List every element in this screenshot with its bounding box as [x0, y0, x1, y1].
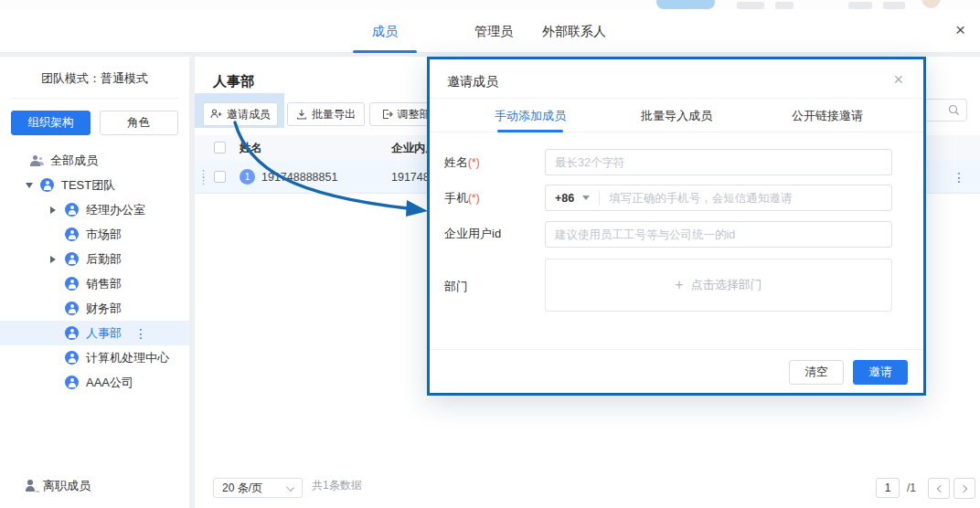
drag-handle-icon[interactable]	[198, 171, 208, 183]
row-checkbox[interactable]	[214, 171, 226, 183]
sidebar-item-resigned-members[interactable]: 离职成员	[0, 473, 189, 499]
chevron-right-icon[interactable]	[50, 206, 65, 214]
phone-input[interactable]	[600, 192, 891, 205]
tab-batch-import[interactable]: 批量导入成员	[641, 99, 712, 132]
chevron-right-icon	[960, 485, 967, 492]
screen: 成员 管理员 外部联系人 × 团队模式：普通模式 组织架构 角色 全部成员 TE…	[0, 0, 980, 508]
chevron-down-icon[interactable]	[582, 196, 590, 200]
required-mark: (*)	[468, 156, 480, 169]
clear-button[interactable]: 清空	[789, 360, 844, 385]
country-code-select[interactable]: +86	[546, 192, 574, 205]
department-icon	[65, 376, 79, 389]
batch-export-button[interactable]: 批量导出	[287, 102, 365, 126]
chevron-right-icon[interactable]	[50, 256, 65, 263]
user-id-input[interactable]	[545, 221, 892, 248]
name-input[interactable]	[545, 149, 892, 175]
sidebar-item-marketing[interactable]: 市场部	[0, 222, 189, 247]
avatar	[921, 0, 941, 8]
sidebar-item-label: TEST团队	[61, 177, 115, 194]
select-department-button[interactable]: + 点击选择部门	[545, 259, 892, 312]
row-more-icon[interactable]	[953, 170, 965, 185]
sidebar-item-manager-office[interactable]: 经理办公室	[0, 197, 189, 222]
divider	[430, 349, 923, 350]
department-field-label: 部门	[444, 279, 468, 295]
cropped-pill	[656, 0, 715, 9]
phone-field-label: 手机(*)	[444, 190, 480, 206]
sidebar-item-label: 全部成员	[50, 153, 98, 169]
tab-members[interactable]: 成员	[353, 9, 417, 53]
phone-field: +86	[545, 185, 892, 211]
search-icon	[948, 104, 960, 116]
cropped-toolbar-item	[737, 2, 764, 9]
tab-external-contacts[interactable]: 外部联系人	[541, 9, 607, 53]
department-icon	[65, 203, 79, 217]
team-mode-title: 团队模式：普通模式	[0, 57, 189, 98]
page-size-value: 20 条/页	[222, 482, 262, 494]
name-field-label: 姓名(*)	[444, 154, 480, 171]
sidebar-item-sales[interactable]: 销售部	[0, 271, 189, 296]
plus-icon: +	[675, 277, 683, 293]
sidebar-item-label: 计算机处理中心	[86, 350, 169, 366]
user-id-field-label: 企业用户id	[444, 226, 501, 242]
chevron-down-icon	[286, 483, 294, 492]
cropped-toolbar-item	[883, 2, 905, 9]
page-title: 人事部	[213, 73, 254, 90]
sidebar-item-label: 市场部	[86, 227, 122, 243]
chevron-down-icon[interactable]	[26, 183, 40, 188]
sidebar-item-logistics[interactable]: 后勤部	[0, 247, 189, 271]
department-icon	[65, 302, 79, 315]
department-icon	[65, 326, 79, 340]
select-department-label: 点击选择部门	[691, 277, 762, 293]
modal-title: 邀请成员	[447, 74, 498, 90]
sidebar-item-label: 人事部	[86, 325, 122, 342]
sidebar-item-finance[interactable]: 财务部	[0, 296, 189, 321]
role-button[interactable]: 角色	[100, 111, 179, 135]
sidebar-item-label: 财务部	[86, 301, 122, 317]
button-label: 批量导出	[312, 107, 356, 122]
chevron-left-icon	[937, 485, 944, 492]
department-icon	[65, 277, 79, 291]
person-icon	[24, 480, 37, 492]
tab-admins[interactable]: 管理员	[464, 9, 523, 53]
department-icon	[65, 252, 79, 266]
invite-submit-button[interactable]: 邀请	[853, 360, 908, 385]
sidebar-item-label: 经理办公室	[86, 202, 145, 218]
sidebar-item-hr[interactable]: 人事部	[0, 321, 189, 345]
top-tab-bar: 成员 管理员 外部联系人 ×	[0, 9, 980, 53]
sidebar-item-test-team[interactable]: TEST团队	[0, 173, 189, 197]
prev-page-button[interactable]	[928, 478, 950, 499]
department-icon	[65, 228, 79, 241]
cropped-toolbar-item	[775, 2, 794, 9]
close-icon[interactable]: ×	[955, 9, 965, 53]
tab-public-link[interactable]: 公开链接邀请	[792, 99, 863, 132]
sidebar-item-label: 后勤部	[86, 251, 122, 268]
required-mark: (*)	[468, 192, 480, 205]
sidebar-item-all-members[interactable]: 全部成员	[0, 148, 189, 173]
download-icon	[296, 109, 307, 120]
invite-member-modal: 邀请成员 × 手动添加成员 批量导入成员 公开链接邀请 姓名(*) 手机(*) …	[427, 57, 926, 396]
avatar: 1	[240, 169, 255, 185]
tab-manual-add[interactable]: 手动添加成员	[495, 99, 566, 132]
next-page-button[interactable]	[953, 478, 975, 499]
add-person-icon	[210, 109, 222, 120]
more-icon[interactable]	[134, 327, 147, 340]
department-icon	[65, 351, 79, 365]
button-label: 邀请成员	[227, 107, 271, 122]
department-tree: 全部成员 TEST团队 经理办公室 市场部 后勤部	[0, 148, 189, 395]
column-header-name: 姓名	[240, 135, 262, 161]
page-size-select[interactable]: 20 条/页	[213, 478, 303, 498]
page-total-label: /1	[907, 482, 916, 494]
invite-member-button[interactable]: 邀请成员	[203, 102, 278, 126]
cropped-toolbar-item	[848, 2, 872, 9]
sidebar-item-label: 销售部	[86, 276, 122, 292]
sidebar-item-label: AAA公司	[86, 375, 133, 391]
modal-close-icon[interactable]: ×	[893, 70, 903, 90]
sidebar-item-aaa-company[interactable]: AAA公司	[0, 370, 189, 395]
org-structure-button[interactable]: 组织架构	[11, 111, 91, 135]
sidebar-item-computer-center[interactable]: 计算机处理中心	[0, 345, 189, 370]
sidebar: 团队模式：普通模式 组织架构 角色 全部成员 TEST团队 经理办公室	[0, 57, 189, 508]
page-number-input[interactable]: 1	[876, 478, 900, 498]
select-all-checkbox[interactable]	[214, 142, 226, 153]
modal-tabs: 手动添加成员 批量导入成员 公开链接邀请	[430, 98, 923, 132]
move-out-icon	[382, 109, 393, 120]
